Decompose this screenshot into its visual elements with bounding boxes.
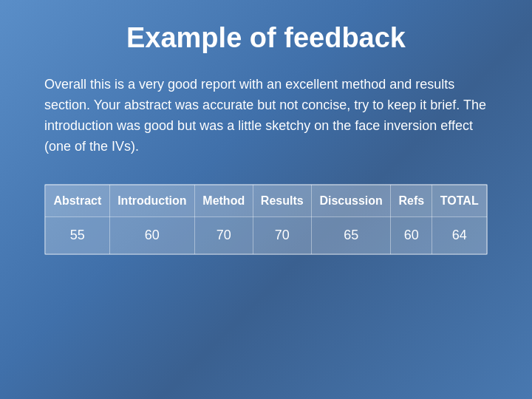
- feedback-description: Overall this is a very good report with …: [44, 75, 488, 157]
- page-title: Example of feedback: [44, 22, 488, 54]
- table-cell: 64: [432, 216, 487, 253]
- table-cell: 65: [312, 216, 391, 253]
- scores-table-wrapper: AbstractIntroductionMethodResultsDiscuss…: [44, 184, 488, 255]
- main-content: Example of feedback Overall this is a ve…: [0, 0, 532, 277]
- table-row: 55607070656064: [46, 216, 487, 253]
- scores-table: AbstractIntroductionMethodResultsDiscuss…: [45, 185, 487, 254]
- table-header-total: TOTAL: [432, 185, 487, 216]
- table-header-refs: Refs: [391, 185, 432, 216]
- table-cell: 60: [391, 216, 432, 253]
- table-cell: 60: [109, 216, 194, 253]
- table-header-discussion: Discussion: [312, 185, 391, 216]
- table-cell: 70: [253, 216, 311, 253]
- table-cell: 55: [46, 216, 110, 253]
- table-header-results: Results: [253, 185, 311, 216]
- table-header-method: Method: [194, 185, 253, 216]
- table-header-introduction: Introduction: [109, 185, 194, 216]
- table-cell: 70: [194, 216, 253, 253]
- table-header-abstract: Abstract: [46, 185, 110, 216]
- table-header-row: AbstractIntroductionMethodResultsDiscuss…: [46, 185, 487, 216]
